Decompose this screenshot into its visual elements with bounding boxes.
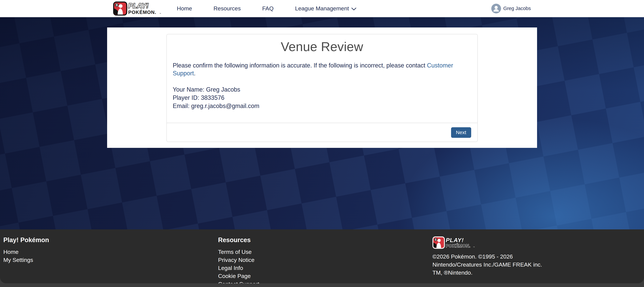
play-pokemon-logo-icon: PLAY! POKÉMON. ™ [113, 1, 164, 15]
player-email-line: Email: greg.r.jacobs@gmail.com [173, 102, 471, 110]
nav-item-home[interactable]: Home [177, 5, 192, 12]
footer-link-cookie-page[interactable]: Cookie Page [218, 273, 251, 279]
footer-heading-play-pokemon: Play! Pokémon [3, 237, 218, 244]
footer-link-home[interactable]: Home [3, 249, 18, 255]
content-wrapper: Venue Review Please confirm the followin… [107, 27, 537, 148]
copyright-text: ©2026 Pokémon. ©1995 - 2026 Nintendo/Cre… [432, 253, 550, 277]
footer-columns: Play! Pokémon Home My Settings Resources… [3, 237, 641, 283]
footer-card: Play! Pokémon Home My Settings Resources… [0, 229, 644, 283]
play-pokemon-logo[interactable]: PLAY! POKÉMON. ™ [113, 1, 164, 15]
svg-text:POKÉMON.: POKÉMON. [128, 9, 156, 15]
footer-link-privacy-notice[interactable]: Privacy Notice [218, 257, 254, 263]
venue-review-card: Venue Review Please confirm the followin… [166, 34, 478, 142]
intro-text-after: . [194, 70, 196, 77]
user-avatar-icon [491, 4, 501, 13]
page-footer: Play! Pokémon Home My Settings Resources… [0, 229, 644, 287]
footer-link-terms-of-use[interactable]: Terms of Use [218, 249, 252, 255]
player-info-block: Your Name: Greg Jacobs Player ID: 383357… [173, 85, 471, 110]
page-title: Venue Review [167, 39, 478, 54]
next-button[interactable]: Next [451, 127, 471, 138]
footer-heading-resources: Resources [218, 237, 432, 244]
footer-column-play-pokemon: Play! Pokémon Home My Settings [3, 237, 218, 283]
user-name: Greg Jacobs [503, 6, 531, 11]
confirmation-instructions: Please confirm the following information… [173, 62, 471, 77]
intro-text-before: Please confirm the following information… [173, 62, 427, 69]
footer-link-contact-support[interactable]: Contact Support [218, 281, 259, 283]
footer-link-legal-info[interactable]: Legal Info [218, 265, 243, 271]
svg-text:™: ™ [473, 246, 475, 248]
footer-play-pokemon-logo-icon: PLAY! POKÉMON. ™ [432, 237, 477, 249]
player-id-line: Player ID: 3833576 [173, 94, 471, 102]
main-section: Venue Review Please confirm the followin… [0, 17, 644, 229]
footer-column-legal: PLAY! POKÉMON. ™ ©2026 Pokémon. ©1995 - … [432, 237, 560, 283]
svg-text:™: ™ [160, 13, 161, 14]
chevron-down-icon [351, 7, 356, 10]
main-nav: Home Resources FAQ League Management [177, 5, 356, 12]
top-nav-bar: PLAY! POKÉMON. ™ Home Resources FAQ Leag… [0, 0, 644, 17]
header-inner: PLAY! POKÉMON. ™ Home Resources FAQ Leag… [113, 0, 531, 17]
nav-item-faq[interactable]: FAQ [262, 5, 274, 12]
player-name-line: Your Name: Greg Jacobs [173, 85, 471, 94]
nav-item-resources[interactable]: Resources [214, 5, 241, 12]
svg-text:PLAY!: PLAY! [128, 2, 149, 9]
footer-link-my-settings[interactable]: My Settings [3, 257, 33, 263]
user-menu[interactable]: Greg Jacobs [491, 4, 531, 13]
svg-text:PLAY!: PLAY! [446, 237, 464, 243]
svg-text:POKÉMON.: POKÉMON. [446, 244, 470, 248]
footer-column-resources: Resources Terms of Use Privacy Notice Le… [218, 237, 432, 283]
nav-item-league-management[interactable]: League Management [295, 5, 356, 12]
card-footer: Next [167, 123, 478, 142]
